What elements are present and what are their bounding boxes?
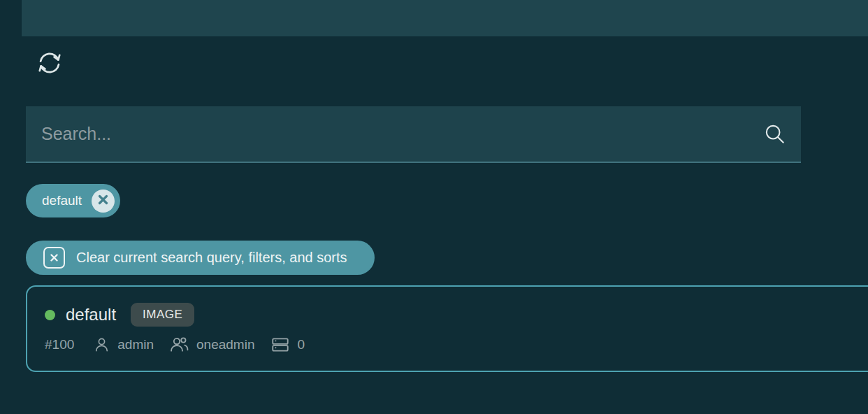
square-x-icon — [43, 247, 65, 269]
owner-pair: admin — [93, 336, 154, 354]
search-input[interactable] — [40, 123, 764, 145]
users-icon — [170, 335, 189, 355]
group-pair: oneadmin — [170, 335, 254, 355]
filter-chip-default[interactable]: default — [26, 184, 120, 217]
group-label: oneadmin — [196, 337, 254, 352]
vm-count-pair: 0 — [270, 335, 305, 355]
header-bar — [22, 0, 868, 36]
refresh-button[interactable] — [35, 49, 64, 78]
status-dot-icon — [45, 310, 55, 320]
user-icon — [93, 336, 110, 354]
clear-filters-button[interactable]: Clear current search query, filters, and… — [26, 241, 375, 275]
filter-chip-label: default — [42, 193, 82, 208]
circle-x-icon — [98, 194, 108, 207]
image-card[interactable]: default IMAGE #100 admin onea — [26, 285, 868, 372]
type-badge: IMAGE — [131, 303, 194, 327]
vm-count-label: 0 — [297, 337, 305, 352]
search-bar[interactable] — [26, 106, 801, 163]
card-id: #100 — [45, 337, 74, 352]
card-title-row: default IMAGE — [45, 301, 868, 328]
refresh-icon — [36, 50, 63, 78]
magnifier-icon — [764, 123, 786, 145]
filter-chip-remove-button[interactable] — [92, 190, 115, 213]
server-icon — [270, 335, 290, 355]
clear-filters-label: Clear current search query, filters, and… — [76, 250, 347, 266]
owner-label: admin — [117, 337, 154, 352]
card-title: default — [66, 305, 116, 324]
card-meta-row: #100 admin oneadmin — [45, 335, 868, 355]
